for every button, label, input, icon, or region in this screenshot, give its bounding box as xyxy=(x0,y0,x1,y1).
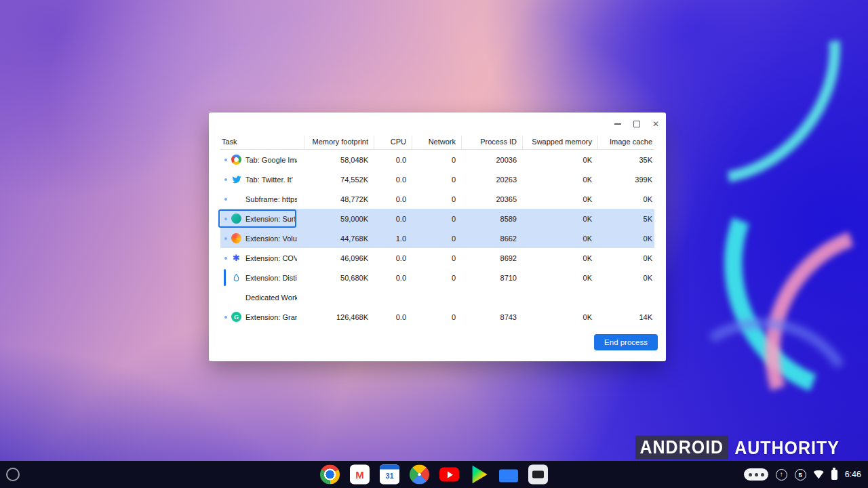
column-header-cpu[interactable]: CPU xyxy=(374,136,412,149)
task-cell: Extension: Surf xyxy=(220,209,304,228)
table-row-selected[interactable]: Extension: Volu 44,768K 1.0 0 8662 0K 0K xyxy=(220,228,654,248)
play-store-icon[interactable] xyxy=(469,465,489,485)
cache-cell: 35K xyxy=(597,150,654,169)
notification-count-badge[interactable]: 5 xyxy=(795,469,806,481)
swapped-cell xyxy=(522,287,597,307)
task-manager-window: Task Memory footprint CPU Network Proces… xyxy=(209,113,666,361)
network-cell: 0 xyxy=(412,307,461,327)
process-table: Task Memory footprint CPU Network Proces… xyxy=(220,136,654,327)
task-label: Extension: COVI xyxy=(245,254,297,262)
task-cell: Dedicated Work xyxy=(220,287,304,307)
android-authority-watermark: ANDROID AUTHORITY xyxy=(635,436,840,460)
cpu-cell: 0.0 xyxy=(374,268,412,287)
swapped-cell: 0K xyxy=(522,228,597,248)
task-label: Extension: Volu xyxy=(245,235,297,243)
column-header-cache[interactable]: Image cache xyxy=(597,136,654,149)
end-process-button[interactable]: End process xyxy=(594,334,658,350)
process-dot xyxy=(224,178,227,181)
task-label: Extension: Gram xyxy=(245,313,297,321)
wallpaper-swirl xyxy=(646,300,868,488)
table-header: Task Memory footprint CPU Network Proces… xyxy=(220,136,654,150)
pid-cell: 8692 xyxy=(461,248,522,268)
covid-extension-icon xyxy=(231,253,241,263)
memory-cell: 74,552K xyxy=(304,169,374,189)
memory-cell: 46,096K xyxy=(304,248,374,268)
memory-cell: 44,768K xyxy=(304,228,374,248)
youtube-icon[interactable] xyxy=(439,468,459,482)
files-icon[interactable] xyxy=(499,470,518,483)
cpu-cell: 0.0 xyxy=(374,307,412,327)
table-row[interactable]: Tab: Google Ima 58,048K 0.0 0 20036 0K 3… xyxy=(220,150,654,169)
table-row-selected[interactable]: Extension: Surf 59,000K 0.0 0 8589 0K 5K xyxy=(220,209,654,228)
memory-cell: 59,000K xyxy=(304,209,374,228)
minimize-icon[interactable] xyxy=(609,116,627,132)
task-label: Dedicated Work xyxy=(245,293,297,302)
network-cell: 0 xyxy=(412,209,461,228)
column-header-memory[interactable]: Memory footprint xyxy=(304,136,374,149)
swapped-cell: 0K xyxy=(522,268,597,287)
watermark-secondary: AUTHORITY xyxy=(734,436,840,458)
pid-cell xyxy=(461,287,522,307)
distill-extension-icon xyxy=(231,272,241,283)
battery-icon[interactable] xyxy=(831,470,837,480)
column-header-task[interactable]: Task xyxy=(220,136,304,149)
swapped-cell: 0K xyxy=(522,248,597,268)
google-favicon xyxy=(231,155,241,165)
cpu-cell: 1.0 xyxy=(374,228,412,248)
table-row[interactable]: Extension: Disti 50,680K 0.0 0 8710 0K 0… xyxy=(220,268,654,287)
table-row[interactable]: Extension: Gram 126,468K 0.0 0 8743 0K 1… xyxy=(220,307,654,327)
launcher-icon[interactable] xyxy=(6,468,20,481)
gmail-icon[interactable] xyxy=(350,465,370,485)
twitter-favicon xyxy=(231,174,241,184)
network-cell: 0 xyxy=(412,169,461,189)
system-tray[interactable]: 5 6:46 xyxy=(744,461,861,488)
pid-cell: 8710 xyxy=(461,268,522,287)
pid-cell: 20036 xyxy=(461,150,522,169)
memory-cell: 50,680K xyxy=(304,268,374,287)
close-icon[interactable] xyxy=(647,116,665,132)
arrow-up-circle-icon[interactable] xyxy=(776,469,787,481)
memory-cell: 58,048K xyxy=(304,150,374,169)
table-row[interactable]: Dedicated Work xyxy=(220,287,654,307)
table-row[interactable]: Subframe: https 48,772K 0.0 0 20365 0K 0… xyxy=(220,189,654,209)
column-header-swapped[interactable]: Swapped memory xyxy=(522,136,597,149)
maximize-icon[interactable] xyxy=(628,116,646,132)
chrome-icon[interactable] xyxy=(320,465,340,485)
network-cell: 0 xyxy=(412,189,461,209)
calendar-icon[interactable] xyxy=(380,465,399,485)
watermark-primary: ANDROID xyxy=(635,436,729,460)
task-label: Extension: Surf xyxy=(245,215,296,223)
cpu-cell xyxy=(374,287,412,307)
wifi-icon[interactable] xyxy=(814,470,824,479)
cache-cell: 5K xyxy=(597,209,654,228)
column-header-pid[interactable]: Process ID xyxy=(461,136,522,149)
grammarly-extension-icon xyxy=(231,312,241,322)
process-dot xyxy=(224,159,227,161)
cache-cell: 0K xyxy=(597,268,654,287)
table-row[interactable]: Tab: Twitter. It' 74,552K 0.0 0 20263 0K… xyxy=(220,169,654,189)
task-label: Subframe: https xyxy=(245,195,297,203)
table-row[interactable]: Extension: COVI 46,096K 0.0 0 8692 0K 0K xyxy=(220,248,654,268)
network-cell xyxy=(412,287,461,307)
process-dot xyxy=(224,218,227,220)
pinned-apps xyxy=(320,465,548,485)
task-cell: Extension: COVI xyxy=(220,248,304,268)
photos-icon[interactable] xyxy=(410,465,429,485)
volume-extension-icon xyxy=(231,233,241,243)
column-header-network[interactable]: Network xyxy=(412,136,461,149)
network-cell: 0 xyxy=(412,228,461,248)
task-cell: Extension: Volu xyxy=(220,228,304,248)
task-cell: Extension: Gram xyxy=(220,307,304,327)
terminal-icon[interactable] xyxy=(528,465,548,485)
task-cell: Extension: Disti xyxy=(220,268,304,287)
task-label: Extension: Disti xyxy=(245,274,297,282)
process-dot xyxy=(224,257,227,260)
cache-cell: 399K xyxy=(597,169,654,189)
memory-cell: 126,468K xyxy=(304,307,374,327)
process-dot xyxy=(224,237,227,240)
pid-cell: 8743 xyxy=(461,307,522,327)
notification-pill-icon[interactable] xyxy=(744,468,768,481)
clock[interactable]: 6:46 xyxy=(845,470,861,479)
cache-cell: 14K xyxy=(597,307,654,327)
swapped-cell: 0K xyxy=(522,189,597,209)
